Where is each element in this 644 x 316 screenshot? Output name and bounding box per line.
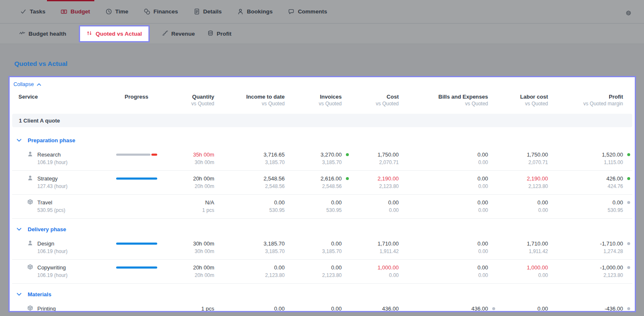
quoted-value: 0.00 — [488, 272, 548, 279]
value-cell: 3,185.703,185.70 — [214, 240, 285, 255]
actual-value: 0.00 — [399, 151, 488, 159]
quoted-value: 1,115.00 — [548, 159, 623, 166]
progress-bar-base — [116, 154, 151, 156]
actual-value: 0.00 — [214, 264, 285, 272]
service-name: Copywriting — [37, 264, 68, 272]
quote-group-label: 1 Client A quote — [19, 118, 60, 124]
quoted-value: 0.00 — [399, 206, 488, 214]
actual-value: 0.00 — [399, 240, 488, 248]
actual-value: 1,520.00 — [548, 151, 623, 159]
column-label: Bills and Expenses — [399, 93, 488, 100]
column-label: Quantity — [163, 93, 214, 100]
section-header-delivery-phase[interactable]: Delivery phase — [12, 219, 632, 236]
quoted-value: 530.95 — [285, 206, 342, 214]
value-cell: 1,000.000.00 — [488, 264, 548, 279]
compare-bars-icon — [86, 30, 92, 37]
actual-value: 1,750.00 — [488, 151, 548, 159]
value-cell: 30h 00m30h 00m — [163, 240, 214, 255]
service-row-strategy[interactable]: Strategy 127.43 (hour) 20h 00m20h 00m2,5… — [12, 171, 632, 195]
value-cell: 0.002,123.80 — [214, 264, 285, 279]
actual-value: 35h 00m — [163, 151, 214, 159]
status-dot-gray — [627, 201, 630, 204]
column-header-cost: Cost vs Quoted — [342, 93, 399, 107]
column-sublabel: vs Quoted — [214, 100, 285, 107]
value-cell: 20h 00m20h 00m — [163, 175, 214, 190]
section-header-materials[interactable]: Materials — [12, 284, 632, 301]
actual-value: 0.00 — [488, 198, 548, 206]
quoted-value: 2,548.56 — [285, 183, 342, 190]
actual-value: 0.00 — [214, 198, 285, 206]
column-label: Progress — [110, 93, 163, 100]
section-label: Preparation phase — [28, 137, 75, 144]
service-row-research[interactable]: Research 106.19 (hour) 35h 00m30h 00m3,7… — [12, 147, 632, 171]
column-sublabel: vs Quoted — [342, 100, 399, 107]
column-sublabel: vs Quoted — [488, 100, 548, 107]
status-dot-gray — [627, 242, 630, 245]
column-header-service: Service — [12, 93, 110, 107]
column-header-quantity: Quantity vs Quoted — [163, 93, 214, 107]
progress-cell — [110, 151, 163, 156]
value-cell: 0.000.00 — [342, 198, 399, 214]
actual-value: 2,548.56 — [214, 175, 285, 183]
service-row-travel[interactable]: Travel 530.95 (pcs) N/A1 pcs0.00530.950.… — [12, 195, 632, 219]
chevron-down-icon — [17, 139, 21, 142]
progress-bar-over-segment — [151, 154, 157, 156]
column-sublabel: vs Quoted margin — [548, 100, 623, 107]
actual-value: 1 pcs — [163, 305, 214, 312]
value-cell: 0.001,061.90 — [214, 305, 285, 312]
section-label: Delivery phase — [28, 226, 66, 232]
value-cell: 3,716.653,185.70 — [214, 151, 285, 166]
actual-value: 0.00 — [488, 305, 548, 312]
column-label: Cost — [342, 93, 399, 100]
quoted-value: 0.00 — [399, 272, 488, 279]
value-cell: 0.001,061.90 — [285, 305, 342, 312]
quote-group-row[interactable]: 1 Client A quote — [12, 114, 632, 127]
progress-cell — [110, 175, 163, 180]
actual-value: 30h 00m — [163, 240, 214, 248]
actual-value: 426.00 — [548, 175, 623, 183]
actual-value: -1,710.00 — [548, 240, 623, 248]
actual-value: 1,710.00 — [488, 240, 548, 248]
service-row-design[interactable]: Design 106.19 (hour) 30h 00m30h 00m3,185… — [12, 236, 632, 260]
value-cell: 0.00530.95 — [548, 198, 623, 214]
value-cell: 20h 00m20h 00m — [163, 264, 214, 279]
actual-value: 1,750.00 — [342, 151, 399, 159]
actual-value: 0.00 — [399, 175, 488, 183]
section-header-preparation-phase[interactable]: Preparation phase — [12, 130, 632, 147]
quoted-value: 530.95 — [548, 206, 623, 214]
chevron-down-icon — [17, 293, 21, 296]
value-cell: N/A1 pcs — [163, 198, 214, 214]
progress-bar-complete — [116, 243, 157, 245]
sub-nav-item-quoted-vs-actual-highlighted[interactable]: Quoted vs Actual — [79, 25, 150, 42]
quoted-value: 2,070.71 — [488, 159, 548, 166]
actual-value: 0.00 — [285, 264, 342, 272]
progress-bar-overrun — [116, 154, 157, 156]
collapse-link[interactable]: Collapse — [10, 80, 41, 88]
value-cell: -1,000.002,123.80 — [548, 264, 623, 279]
service-row-copywriting[interactable]: Copywriting 106.19 (hour) 20h 00m20h 00m… — [12, 260, 632, 284]
column-sublabel: vs Quoted — [399, 100, 488, 107]
quoted-value: 3,185.70 — [214, 159, 285, 166]
quoted-value: 0.00 — [342, 272, 399, 279]
status-dot-gray — [627, 307, 630, 310]
actual-value: 3,185.70 — [214, 240, 285, 248]
actual-value: 436.00 — [399, 305, 488, 312]
value-cell: 0.000.00 — [399, 151, 488, 166]
quoted-value: 0.00 — [399, 248, 488, 255]
progress-bar-complete — [116, 178, 157, 180]
value-cell: 0.002,123.80 — [285, 264, 342, 279]
service-row-printing[interactable]: Printing 1,061.9 (pcs) 1 pcs1 pcs0.001,0… — [12, 301, 632, 312]
quoted-value: 1 pcs — [163, 206, 214, 214]
quoted-value: 0.00 — [399, 159, 488, 166]
quoted-value: 0.00 — [399, 183, 488, 190]
quoted-value: 2,123.80 — [548, 272, 623, 279]
app-window: Tasks Budget Time Finances Details Booki… — [0, 0, 644, 316]
actual-value: 1,000.00 — [488, 264, 548, 272]
quoted-value: 3,185.70 — [214, 248, 285, 255]
value-cell: 2,548.562,548.56 — [214, 175, 285, 190]
page-title: Quoted vs Actual — [14, 60, 68, 68]
quoted-value: 2,123.80 — [285, 272, 342, 279]
actual-value: 1,000.00 — [342, 264, 399, 272]
value-cell: -436.00212.38 — [548, 305, 623, 312]
quoted-value: 1,911.42 — [488, 248, 548, 255]
